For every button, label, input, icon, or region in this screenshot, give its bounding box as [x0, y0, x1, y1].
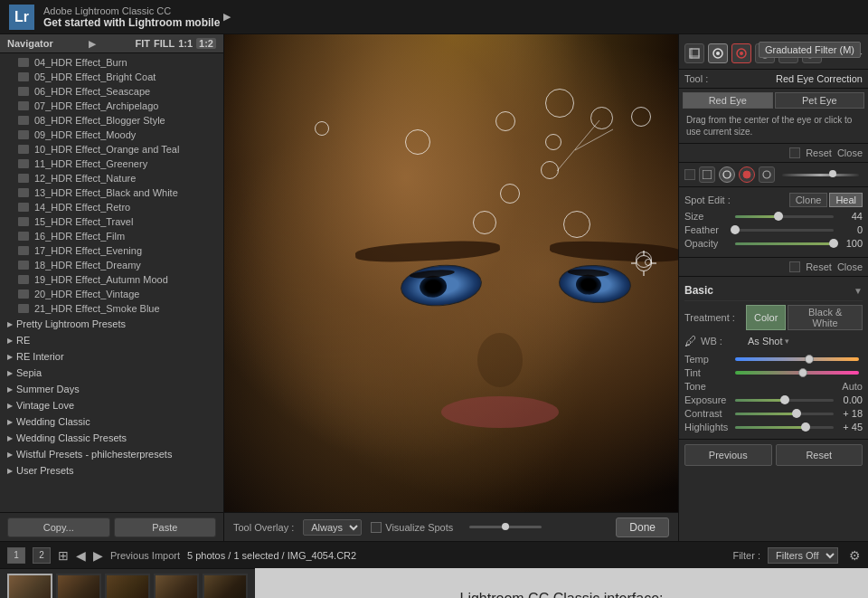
film-thumb-5[interactable]: [203, 574, 248, 599]
photo-count: 5 photos / 1 selected / IMG_4054.CR2: [187, 550, 356, 561]
close-button-2[interactable]: Close: [837, 261, 863, 272]
previous-button[interactable]: Previous: [684, 444, 772, 466]
crop-tool-btn[interactable]: [684, 43, 704, 63]
panel-checkbox[interactable]: [789, 147, 800, 158]
wb-dropdown-arrow[interactable]: ▾: [785, 337, 789, 346]
nav-fill[interactable]: FILL: [154, 38, 175, 49]
auto-button[interactable]: Auto: [842, 381, 863, 392]
reset-panel-button[interactable]: Reset: [776, 444, 863, 466]
preset-item-hdr13[interactable]: 16_HDR Effect_Film: [0, 229, 223, 243]
film-thumb-4[interactable]: [154, 574, 199, 599]
filmstrip-area: Lightroom CC Classic interface: skin ret…: [0, 568, 868, 598]
spot-tool-btn[interactable]: [708, 43, 728, 63]
temp-label: Temp: [684, 354, 731, 365]
second-tb-btn2[interactable]: [719, 166, 735, 183]
preset-group-wedding-presets[interactable]: ▶ Wedding Classic Presets: [0, 430, 223, 446]
second-tb-checkbox[interactable]: [684, 169, 695, 180]
nav-1to1[interactable]: 1:1: [178, 38, 193, 49]
feather-thumb[interactable]: [731, 225, 740, 234]
filter-select[interactable]: Filters Off: [768, 547, 838, 564]
preset-group-re[interactable]: ▶ RE: [0, 332, 223, 348]
paste-button[interactable]: Paste: [114, 517, 217, 537]
preset-icon: [18, 101, 29, 110]
nav-fit[interactable]: FIT: [135, 38, 150, 49]
preset-group-summer[interactable]: ▶ Summer Days: [0, 381, 223, 397]
panel-checkbox-2[interactable]: [789, 261, 800, 272]
visualize-thumb[interactable]: [502, 523, 509, 530]
highlights-label: Highlights: [684, 422, 731, 432]
second-tb-btn4[interactable]: [759, 166, 775, 183]
num-btn-1[interactable]: 1: [7, 547, 25, 564]
next-arrow[interactable]: ▶: [93, 548, 103, 563]
temp-thumb[interactable]: [805, 355, 814, 364]
bw-btn[interactable]: Black & White: [788, 305, 863, 330]
preset-item-hdr11[interactable]: 14_HDR Effect_Retro: [0, 200, 223, 214]
pet-eye-tab[interactable]: Pet Eye: [775, 92, 865, 109]
preset-item-hdr5[interactable]: 08_HDR Effect_Blogger Style: [0, 113, 223, 128]
grid-view-btn[interactable]: ⊞: [58, 548, 69, 563]
clone-btn[interactable]: Clone: [789, 193, 828, 207]
second-tb-btn1[interactable]: [699, 166, 715, 183]
opacity-thumb[interactable]: [829, 239, 838, 248]
size-thumb[interactable]: [774, 212, 783, 221]
eyedropper-icon[interactable]: 🖊: [684, 334, 697, 348]
film-thumb-3[interactable]: [105, 574, 150, 599]
close-button-1[interactable]: Close: [837, 147, 863, 158]
film-thumb-1[interactable]: [7, 574, 52, 599]
preset-item-hdr18[interactable]: 21_HDR Effect_Smoke Blue: [0, 301, 223, 316]
red-eye-tab[interactable]: Red Eye: [683, 92, 773, 109]
done-button[interactable]: Done: [616, 517, 669, 537]
contrast-thumb[interactable]: [792, 409, 801, 418]
reset-button-2[interactable]: Reset: [806, 261, 832, 272]
reset-button-1[interactable]: Reset: [806, 147, 832, 158]
tint-thumb[interactable]: [798, 368, 807, 377]
preset-item-hdr9[interactable]: 12_HDR Effect_Nature: [0, 171, 223, 185]
navigator-collapse[interactable]: ▶: [89, 39, 96, 49]
preset-group-wedding-classic[interactable]: ▶ Wedding Classic: [0, 413, 223, 430]
preset-item-hdr17[interactable]: 20_HDR Effect_Vintage: [0, 287, 223, 301]
color-btn[interactable]: Color: [746, 305, 786, 330]
num-btn-2[interactable]: 2: [33, 547, 51, 564]
preset-item-hdr16[interactable]: 19_HDR Effect_Autumn Mood: [0, 272, 223, 287]
filter-settings-icon[interactable]: ⚙: [849, 548, 861, 563]
preset-item-hdr6[interactable]: 09_HDR Effect_Moody: [0, 128, 223, 142]
preset-item-hdr7[interactable]: 10_HDR Effect_Orange and Teal: [0, 142, 223, 157]
preset-item-hdr2[interactable]: 05_HDR Effect_Bright Coat: [0, 70, 223, 84]
preset-group-user[interactable]: ▶ User Presets: [0, 462, 223, 479]
preset-item-hdr15[interactable]: 18_HDR Effect_Dreamy: [0, 258, 223, 272]
preset-item-hdr4[interactable]: 07_HDR Effect_Archipelago: [0, 99, 223, 113]
mobile-arrow[interactable]: ▶: [223, 11, 231, 23]
preset-item-hdr8[interactable]: 11_HDR Effect_Greenery: [0, 157, 223, 171]
radial-filter-btn[interactable]: [755, 43, 775, 63]
red-eye-tabs: Red Eye Pet Eye: [683, 92, 864, 109]
highlights-thumb[interactable]: [801, 422, 810, 432]
heal-btn[interactable]: Heal: [829, 193, 863, 207]
prev-arrow[interactable]: ◀: [76, 548, 86, 563]
second-tb-slider-thumb[interactable]: [829, 170, 836, 177]
basic-arrow[interactable]: ▼: [854, 286, 863, 296]
copy-button[interactable]: Copy...: [7, 517, 110, 537]
feather-track: [735, 229, 834, 232]
preset-item-hdr3[interactable]: 06_HDR Effect_Seascape: [0, 84, 223, 99]
preset-group-sepia[interactable]: ▶ Sepia: [0, 365, 223, 381]
preset-item-hdr1[interactable]: 04_HDR Effect_Burn: [0, 55, 223, 70]
adjustment-brush-btn[interactable]: [802, 43, 822, 63]
film-thumb-2[interactable]: [56, 574, 101, 599]
second-tb-btn3[interactable]: [739, 166, 755, 183]
graduated-filter-btn[interactable]: [778, 43, 798, 63]
histogram-dots[interactable]: ···: [855, 49, 863, 59]
visualize-checkbox[interactable]: [371, 522, 382, 533]
preset-group-vintage[interactable]: ▶ Vintage Love: [0, 397, 223, 413]
red-eye-tool-btn[interactable]: [731, 43, 751, 63]
preset-item-hdr14[interactable]: 17_HDR Effect_Evening: [0, 243, 223, 258]
preset-item-hdr12[interactable]: 15_HDR Effect_Travel: [0, 214, 223, 229]
main-area: Navigator ▶ FIT FILL 1:1 1:2 04_HDR Effe…: [0, 34, 868, 541]
preset-group-re-interior[interactable]: ▶ RE Interior: [0, 348, 223, 365]
preset-item-hdr10[interactable]: 13_HDR Effect_Black and White: [0, 185, 223, 200]
exposure-thumb[interactable]: [780, 395, 789, 404]
preset-group-pretty[interactable]: ▶ Pretty Lightroom Presets: [0, 316, 223, 332]
copy-paste-bar: Copy... Paste: [0, 512, 223, 541]
tool-overlay-select[interactable]: Always: [303, 519, 362, 536]
nav-1to2[interactable]: 1:2: [196, 38, 216, 49]
preset-group-wistful[interactable]: ▶ Wistful Presets - philchesterpresets: [0, 446, 223, 462]
